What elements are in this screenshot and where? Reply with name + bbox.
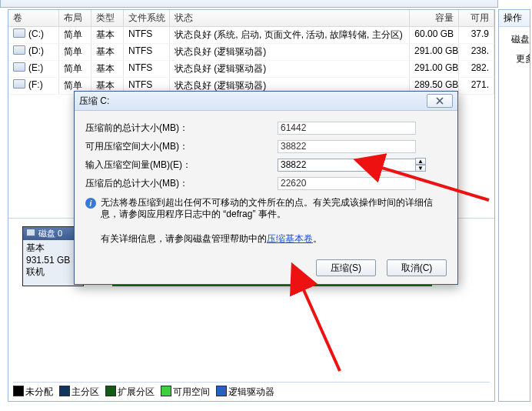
legend: 未分配 主分区 扩展分区 可用空间 逻辑驱动器 [13, 382, 490, 399]
info-message: i 无法将卷压缩到超出任何不可移动的文件所在的点。有关完成该操作时间的详细信息，… [85, 197, 447, 220]
window-root: 操作 磁盘管理 更多操作 卷 布局 类型 文件系统 状态 容量 可用 (C:) … [0, 0, 532, 411]
legend-extended: 扩展分区 [105, 386, 155, 399]
volume-status: 状态良好 (系统, 启动, 页面文件, 活动, 故障转储, 主分区) [170, 27, 410, 43]
actions-header: 操作 [499, 10, 530, 27]
disk-icon [26, 229, 35, 236]
col-type[interactable]: 类型 [91, 10, 124, 26]
volume-drive: (D:) [28, 45, 44, 56]
actions-item-disk-management[interactable]: 磁盘管理 [510, 30, 530, 49]
volume-list[interactable]: (C:) 简单 基本 NTFS 状态良好 (系统, 启动, 页面文件, 活动, … [8, 27, 494, 101]
legend-primary: 主分区 [59, 386, 99, 399]
volume-fs: NTFS [124, 27, 170, 43]
volume-drive: (E:) [28, 62, 43, 73]
info-icon: i [85, 198, 96, 209]
col-volume[interactable]: 卷 [8, 10, 59, 26]
volume-free: 37.9 [459, 27, 494, 43]
volume-list-header: 卷 布局 类型 文件系统 状态 容量 可用 [8, 10, 494, 27]
spin-down-button[interactable]: ▼ [415, 165, 426, 172]
label-total-after: 压缩后的总计大小(MB)： [85, 177, 278, 190]
col-status[interactable]: 状态 [170, 10, 410, 26]
volume-row[interactable]: (E:) 简单 基本 NTFS 状态良好 (逻辑驱动器) 291.00 GB 2… [8, 61, 494, 78]
col-layout[interactable]: 布局 [59, 10, 91, 26]
volume-layout: 简单 [59, 27, 91, 43]
toolbar-stub [0, 0, 498, 8]
swatch-logical [216, 386, 227, 396]
dialog-titlebar[interactable]: 压缩 C: [75, 92, 457, 111]
dialog-title-text: 压缩 C: [79, 95, 109, 108]
volume-drive: (F:) [28, 79, 43, 90]
volume-row[interactable]: (D:) 简单 基本 NTFS 状态良好 (逻辑驱动器) 291.00 GB 2… [8, 44, 494, 61]
shrink-amount-input[interactable] [278, 159, 416, 172]
label-total-before: 压缩前的总计大小(MB)： [85, 122, 278, 135]
shrink-button[interactable]: 压缩(S) [316, 259, 376, 276]
legend-free: 可用空间 [161, 386, 210, 399]
volume-drive: (C:) [28, 28, 44, 39]
value-total-after: 22620 [278, 177, 416, 190]
drive-icon [13, 62, 25, 72]
drive-icon [13, 45, 25, 55]
volume-capacity: 60.00 GB [410, 27, 459, 43]
disk-card-state: 联机 [26, 266, 80, 279]
close-icon [435, 97, 444, 105]
col-free[interactable]: 可用 [459, 10, 494, 26]
label-input-amount: 输入压缩空间量(MB)(E)： [85, 159, 278, 172]
actions-item-more-ops[interactable]: 更多操作 [510, 49, 530, 68]
drive-icon [13, 28, 25, 38]
help-link-shrink-basic-volume[interactable]: 压缩基本卷 [267, 233, 313, 244]
swatch-free [161, 386, 171, 396]
shrink-dialog: 压缩 C: 压缩前的总计大小(MB)： 61442 可用压缩空间大小(MB)： … [74, 91, 458, 285]
label-available: 可用压缩空间大小(MB)： [85, 140, 278, 153]
volume-type: 基本 [91, 27, 124, 43]
detail-message: 有关详细信息，请参阅磁盘管理帮助中的压缩基本卷。 [85, 232, 447, 246]
swatch-primary [59, 386, 70, 396]
disk-card-size: 931.51 GB [26, 255, 80, 266]
swatch-unalloc [13, 386, 24, 396]
col-fs[interactable]: 文件系统 [124, 10, 170, 26]
drive-icon [13, 79, 25, 89]
spin-up-button[interactable]: ▲ [415, 158, 426, 165]
disk-card-type: 基本 [26, 242, 80, 255]
volume-row[interactable]: (C:) 简单 基本 NTFS 状态良好 (系统, 启动, 页面文件, 活动, … [8, 27, 494, 44]
swatch-extended [105, 386, 116, 396]
value-total-before: 61442 [278, 122, 416, 135]
actions-pane: 操作 磁盘管理 更多操作 [498, 9, 530, 402]
value-available: 38822 [278, 140, 416, 153]
col-capacity[interactable]: 容量 [410, 10, 459, 26]
close-button[interactable] [427, 94, 453, 108]
legend-unalloc: 未分配 [13, 386, 53, 399]
shrink-amount-stepper[interactable]: ▲ ▼ [415, 158, 426, 172]
legend-logical: 逻辑驱动器 [216, 386, 274, 399]
cancel-button[interactable]: 取消(C) [387, 259, 447, 276]
